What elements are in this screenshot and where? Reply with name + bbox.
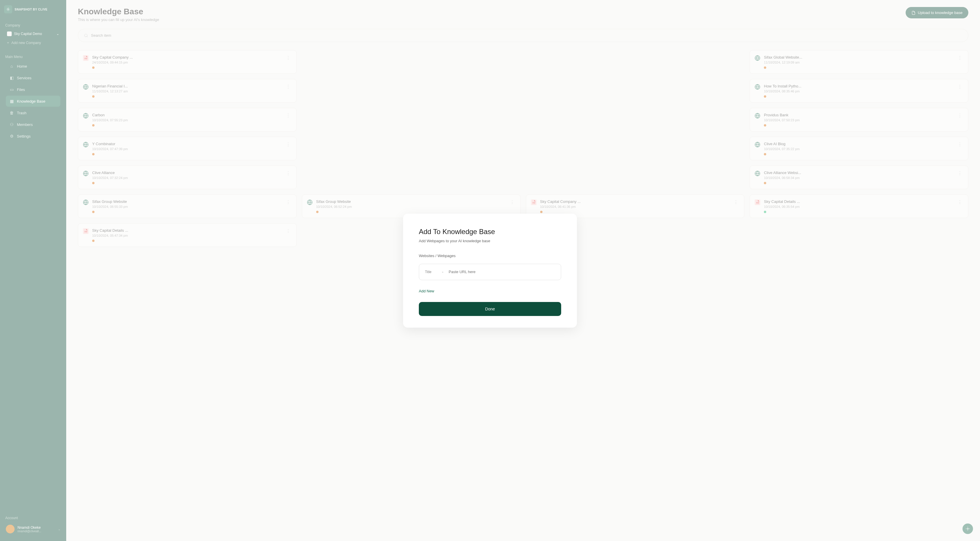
modal-title: Add To Knowledge Base (419, 228, 561, 236)
separator: - (442, 269, 443, 274)
url-input-row: Title - (419, 264, 561, 280)
title-label: Title (425, 270, 437, 274)
modal-overlay[interactable]: Add To Knowledge Base Add Webpages to yo… (0, 0, 980, 541)
add-new-button[interactable]: Add New (419, 289, 434, 293)
url-input[interactable] (449, 270, 555, 274)
modal-subtitle: Add Webpages to your AI knowledge base (419, 239, 561, 243)
add-knowledge-modal: Add To Knowledge Base Add Webpages to yo… (403, 214, 577, 328)
modal-section-label: Websites / Webpages (419, 254, 561, 258)
done-button[interactable]: Done (419, 302, 561, 316)
